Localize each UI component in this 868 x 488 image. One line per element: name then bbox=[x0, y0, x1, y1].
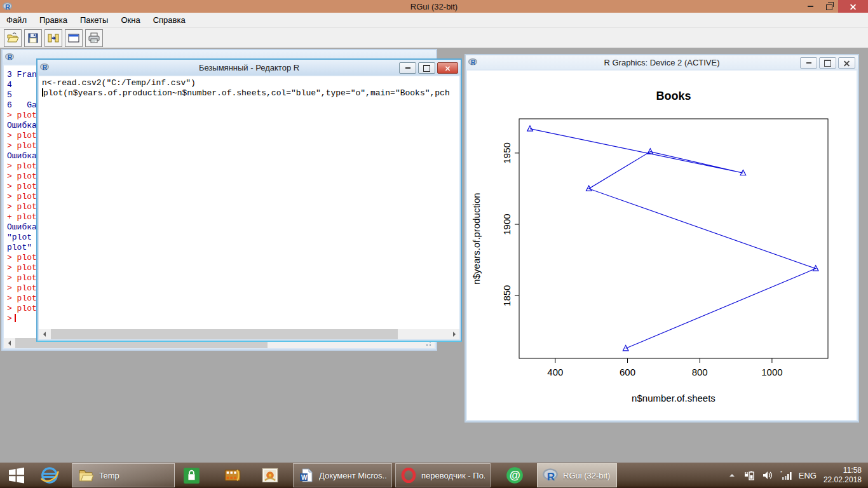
scroll-right-arrow-icon[interactable] bbox=[449, 329, 459, 339]
minimize-icon bbox=[806, 62, 811, 64]
rgui-taskbar[interactable]: RRGui (32-bit) bbox=[537, 463, 617, 487]
graphics-maximize-button[interactable] bbox=[819, 57, 836, 69]
taskbar-item-label: RGui (32-bit) bbox=[563, 471, 610, 480]
menu-item-0[interactable]: Файл bbox=[0, 13, 33, 27]
moviemaker-icon bbox=[224, 466, 241, 484]
tray-time: 11:58 bbox=[824, 466, 862, 475]
start-icon bbox=[7, 466, 26, 485]
plot-svg: 4006008001000185019001950n$number.of.she… bbox=[467, 71, 859, 423]
graphics-titlebar[interactable]: R R Graphics: Device 2 (ACTIVE) bbox=[466, 55, 858, 69]
restore-icon bbox=[826, 4, 832, 10]
windows-store[interactable] bbox=[182, 463, 200, 487]
rgui-titlebar[interactable]: R RGui (32-bit) bbox=[0, 0, 868, 13]
r-logo-icon: R bbox=[543, 468, 558, 483]
tray-date: 22.02.2018 bbox=[824, 475, 862, 485]
close-icon bbox=[445, 65, 451, 71]
word-icon: W bbox=[299, 468, 314, 483]
opera-icon bbox=[401, 468, 416, 483]
editor-minimize-button[interactable] bbox=[399, 62, 416, 74]
internet-explorer[interactable] bbox=[39, 463, 60, 487]
svg-text:400: 400 bbox=[547, 367, 563, 377]
window-controls bbox=[801, 0, 868, 13]
window-title: RGui (32-bit) bbox=[0, 2, 868, 11]
store-icon bbox=[183, 467, 200, 484]
editor-client[interactable]: n<-read.csv2("C:/Temp/inf.csv")plot(n$ye… bbox=[39, 76, 459, 339]
svg-text:n$number.of.sheets: n$number.of.sheets bbox=[632, 393, 715, 403]
text-cursor bbox=[15, 314, 16, 322]
graphics-controls bbox=[800, 57, 855, 69]
menu-item-1[interactable]: Правка bbox=[33, 13, 74, 27]
windows-button[interactable] bbox=[65, 29, 83, 47]
svg-text:600: 600 bbox=[620, 367, 635, 377]
svg-text:*: * bbox=[780, 470, 782, 475]
code-line: n<-read.csv2("C:/Temp/inf.csv") bbox=[42, 78, 459, 88]
close-button[interactable] bbox=[838, 0, 868, 13]
svg-text:1950: 1950 bbox=[501, 142, 512, 163]
save-button[interactable] bbox=[24, 29, 42, 47]
start-button[interactable] bbox=[5, 463, 28, 487]
print-button[interactable] bbox=[85, 29, 103, 47]
svg-text:1850: 1850 bbox=[501, 285, 512, 306]
editor-scroll-track[interactable] bbox=[50, 329, 449, 339]
maximize-icon bbox=[824, 60, 831, 67]
plot-area: 4006008001000185019001950n$number.of.she… bbox=[467, 71, 857, 420]
close-icon bbox=[843, 60, 850, 67]
taskbar: TempWДокумент Micros...переводчик - По..… bbox=[0, 463, 868, 488]
svg-text:1900: 1900 bbox=[501, 214, 512, 234]
mailru-agent[interactable]: @ bbox=[505, 463, 524, 487]
speaker-icon[interactable] bbox=[762, 470, 773, 481]
menu-item-3[interactable]: Окна bbox=[114, 13, 146, 27]
editor-controls bbox=[399, 62, 458, 74]
close-icon bbox=[850, 3, 857, 10]
taskbar-items: TempWДокумент Micros...переводчик - По..… bbox=[0, 463, 728, 487]
maximize-icon bbox=[423, 65, 430, 72]
tray-expand-icon[interactable] bbox=[728, 471, 736, 480]
scroll-left-arrow-icon[interactable] bbox=[39, 329, 50, 339]
editor-text[interactable]: n<-read.csv2("C:/Temp/inf.csv")plot(n$ye… bbox=[39, 76, 459, 98]
graphics-title: R Graphics: Device 2 (ACTIVE) bbox=[466, 58, 858, 67]
toolbar bbox=[0, 28, 868, 48]
system-tray: * ENG 11:58 22.02.2018 bbox=[728, 466, 868, 485]
photos-app[interactable] bbox=[261, 463, 280, 487]
open-script-button[interactable] bbox=[4, 29, 22, 47]
network-icon[interactable]: * bbox=[780, 470, 792, 481]
svg-text:800: 800 bbox=[692, 367, 708, 377]
svg-text:W: W bbox=[301, 474, 308, 481]
taskbar-item-label: переводчик - По... bbox=[421, 471, 485, 480]
svg-text:@: @ bbox=[510, 469, 520, 482]
editor-titlebar[interactable]: R Безымянный - Редактор R bbox=[37, 60, 461, 75]
temp-folder[interactable]: Temp bbox=[72, 463, 175, 487]
battery-icon[interactable] bbox=[743, 470, 755, 481]
scroll-left-arrow-icon[interactable] bbox=[4, 338, 15, 348]
r-logo-icon: R bbox=[5, 53, 14, 62]
editor-hscrollbar[interactable] bbox=[39, 329, 459, 339]
code-line: plot(n$years.of.production~n$number.of.s… bbox=[42, 88, 459, 98]
desktop: R RGui (32-bit) ФайлПравкаПакетыОкнаСпра… bbox=[0, 0, 868, 488]
menu-item-2[interactable]: Пакеты bbox=[74, 13, 115, 27]
minimize-button[interactable] bbox=[801, 0, 820, 13]
svg-text:n$years.of.production: n$years.of.production bbox=[471, 193, 482, 284]
editor-close-button[interactable] bbox=[437, 62, 458, 74]
restore-button[interactable] bbox=[820, 0, 838, 13]
editor-window[interactable]: R Безымянный - Редактор R n<-read.csv2("… bbox=[36, 58, 462, 342]
menu-item-4[interactable]: Справка bbox=[147, 13, 192, 27]
graphics-minimize-button[interactable] bbox=[800, 57, 817, 69]
taskbar-item-label: Temp bbox=[99, 471, 119, 480]
minimize-icon bbox=[405, 67, 410, 69]
editor-scroll-thumb[interactable] bbox=[51, 329, 398, 339]
opera-translator[interactable]: переводчик - По... bbox=[395, 463, 491, 487]
editor-maximize-button[interactable] bbox=[418, 62, 435, 74]
copy-paste-button[interactable] bbox=[44, 29, 62, 47]
graphics-close-button[interactable] bbox=[838, 57, 855, 69]
text-cursor bbox=[42, 88, 43, 97]
clock[interactable]: 11:58 22.02.2018 bbox=[824, 466, 862, 485]
mailru-icon: @ bbox=[506, 466, 524, 484]
taskbar-item-label: Документ Micros... bbox=[319, 471, 386, 480]
folder-icon bbox=[78, 467, 94, 484]
graphics-window[interactable]: R R Graphics: Device 2 (ACTIVE) 40060080… bbox=[465, 54, 859, 423]
svg-text:R: R bbox=[547, 470, 555, 483]
language-indicator[interactable]: ENG bbox=[799, 471, 817, 480]
word-document[interactable]: WДокумент Micros... bbox=[293, 463, 392, 487]
svg-text:R: R bbox=[8, 54, 13, 61]
movie-maker[interactable] bbox=[223, 463, 242, 487]
